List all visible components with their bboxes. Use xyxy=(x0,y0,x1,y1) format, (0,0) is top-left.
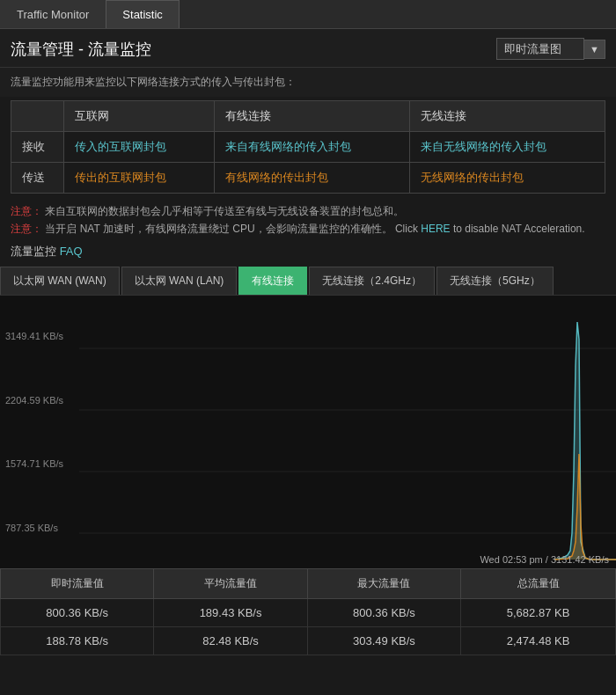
cell-receive-internet[interactable]: 传入的互联网封包 xyxy=(64,132,215,163)
table-row-send: 传送 传出的互联网封包 有线网络的传出封包 无线网络的传出封包 xyxy=(11,163,605,194)
stats-max-1: 800.36 KB/s xyxy=(307,598,460,626)
stats-avg-2: 82.48 KB/s xyxy=(154,626,307,655)
col-header-wired: 有线连接 xyxy=(214,101,409,132)
col-header-wireless: 无线连接 xyxy=(409,101,605,132)
header-bar: 流量管理 - 流量监控 即时流量图 历史流量图 ▼ xyxy=(0,29,616,68)
traffic-tab-wired[interactable]: 有线连接 xyxy=(238,267,307,295)
table-row-receive: 接收 传入的互联网封包 来自有线网络的传入封包 来自无线网络的传入封包 xyxy=(11,132,605,163)
stats-avg-1: 189.43 KB/s xyxy=(154,598,307,626)
cell-send-wireless[interactable]: 无线网络的传出封包 xyxy=(409,163,605,194)
faq-link[interactable]: FAQ xyxy=(60,245,83,258)
info-table: 互联网 有线连接 无线连接 接收 传入的互联网封包 来自有线网络的传入封包 来自… xyxy=(11,100,605,194)
row-label-send: 传送 xyxy=(11,163,64,194)
stats-total-2: 2,474.48 KB xyxy=(461,626,616,655)
chart-canvas: Wed 02:53 pm / 3131.42 KB/s xyxy=(79,296,616,568)
stats-row-1: 800.36 KB/s 189.43 KB/s 800.36 KB/s 5,68… xyxy=(1,598,616,626)
dropdown-wrap: 即时流量图 历史流量图 ▼ xyxy=(496,38,605,60)
page-title: 流量管理 - 流量监控 xyxy=(11,39,151,60)
chart-area: 3149.41 KB/s 2204.59 KB/s 1574.71 KB/s 7… xyxy=(0,296,616,568)
cell-send-wired[interactable]: 有线网络的传出封包 xyxy=(214,163,409,194)
note-2: 注意： 当开启 NAT 加速时，有线网络流量绕过 CPU，会影响流量监控的准确性… xyxy=(11,220,605,238)
main-tabs: Traffic Monitor Statistic xyxy=(0,0,616,29)
y-label-4: 787.35 KB/s xyxy=(5,523,74,533)
note-1-prefix: 注意： xyxy=(11,205,42,217)
traffic-tab-lan[interactable]: 以太网 WAN (LAN) xyxy=(121,267,238,295)
note-1-text: 来自互联网的数据封包会几乎相等于传送至有线与无线设备装置的封包总和。 xyxy=(45,205,404,217)
chart-y-labels: 3149.41 KB/s 2204.59 KB/s 1574.71 KB/s 7… xyxy=(0,296,79,568)
stats-max-2: 303.49 KB/s xyxy=(307,626,460,655)
row-label-receive: 接收 xyxy=(11,132,64,163)
tab-statistic[interactable]: Statistic xyxy=(106,0,180,28)
stats-col-realtime: 即时流量值 xyxy=(1,568,154,598)
stats-col-max: 最大流量值 xyxy=(307,568,460,598)
y-label-1: 3149.41 KB/s xyxy=(5,331,74,341)
note-2-text: 当开启 NAT 加速时，有线网络流量绕过 CPU，会影响流量监控的准确性。 Cl… xyxy=(45,223,421,235)
description: 流量监控功能用来监控以下网络连接方式的传入与传出封包： xyxy=(0,68,616,97)
stats-row-2: 188.78 KB/s 82.48 KB/s 303.49 KB/s 2,474… xyxy=(1,626,616,655)
col-header-internet: 互联网 xyxy=(64,101,215,132)
stats-table: 即时流量值 平均流量值 最大流量值 总流量值 800.36 KB/s 189.4… xyxy=(0,568,616,655)
cell-receive-wireless[interactable]: 来自无线网络的传入封包 xyxy=(409,132,605,163)
cell-send-internet[interactable]: 传出的互联网封包 xyxy=(64,163,215,194)
stats-col-total: 总流量值 xyxy=(461,568,616,598)
stats-total-1: 5,682.87 KB xyxy=(461,598,616,626)
note-2-suffix: to disable NAT Acceleration. xyxy=(453,223,585,235)
note-2-prefix: 注意： xyxy=(11,223,42,235)
y-label-2: 2204.59 KB/s xyxy=(5,395,74,406)
stats-col-avg: 平均流量值 xyxy=(154,568,307,598)
faq-line: 流量监控 FAQ xyxy=(0,242,616,267)
notes: 注意： 来自互联网的数据封包会几乎相等于传送至有线与无线设备装置的封包总和。 注… xyxy=(0,201,616,242)
tab-traffic-monitor[interactable]: Traffic Monitor xyxy=(0,0,106,28)
traffic-tab-wireless24[interactable]: 无线连接（2.4GHz） xyxy=(309,267,435,295)
traffic-tabs: 以太网 WAN (WAN) 以太网 WAN (LAN) 有线连接 无线连接（2.… xyxy=(0,267,616,296)
col-header-empty xyxy=(11,101,64,132)
here-link[interactable]: HERE xyxy=(421,223,450,235)
faq-prefix: 流量监控 xyxy=(11,245,60,258)
svg-marker-4 xyxy=(554,322,616,560)
svg-marker-5 xyxy=(554,454,616,560)
stats-realtime-2: 188.78 KB/s xyxy=(1,626,154,655)
note-1: 注意： 来自互联网的数据封包会几乎相等于传送至有线与无线设备装置的封包总和。 xyxy=(11,202,605,220)
dropdown-arrow-icon: ▼ xyxy=(584,40,605,59)
traffic-tab-wireless5[interactable]: 无线连接（5GHz） xyxy=(436,267,554,295)
view-select[interactable]: 即时流量图 历史流量图 xyxy=(496,38,584,60)
stats-realtime-1: 800.36 KB/s xyxy=(1,598,154,626)
traffic-tab-wan[interactable]: 以太网 WAN (WAN) xyxy=(0,267,120,295)
cell-receive-wired[interactable]: 来自有线网络的传入封包 xyxy=(214,132,409,163)
y-label-3: 1574.71 KB/s xyxy=(5,458,74,469)
chart-timestamp: Wed 02:53 pm / 3131.42 KB/s xyxy=(480,554,609,565)
